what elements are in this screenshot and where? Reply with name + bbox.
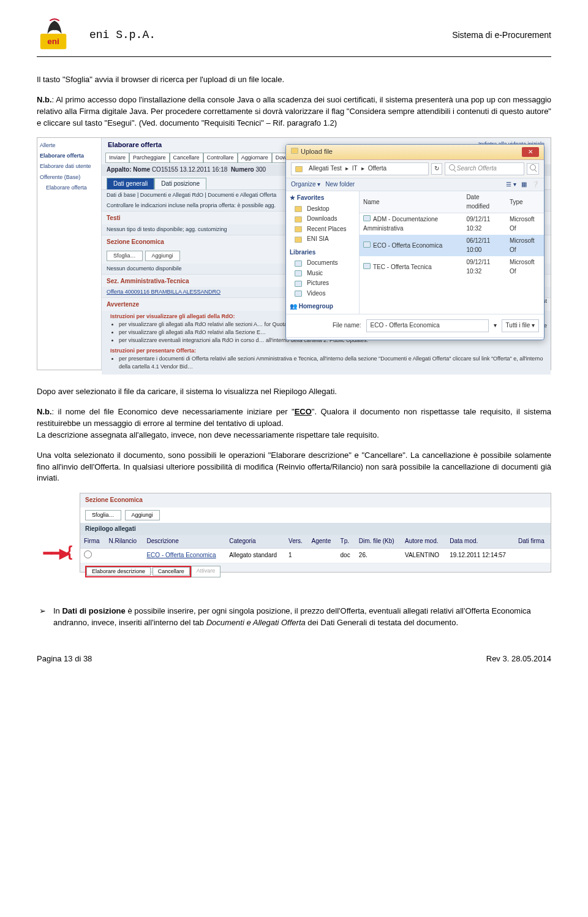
paragraph-3: Dopo aver selezionato il file da caricar…	[37, 386, 551, 398]
nav-enisia[interactable]: ENI SIA	[290, 234, 355, 245]
btn-aggiungi[interactable]: Aggiungi	[145, 251, 180, 261]
col-rilancio: N.Rilancio	[105, 535, 143, 548]
filetype-select[interactable]: Tutti i file ▾	[502, 319, 539, 332]
col-firma: Firma	[80, 535, 105, 548]
riepilogo-table: Firma N.Rilancio Descrizione Categoria V…	[80, 535, 551, 563]
screenshot-riepilogo: ━━▶ { Sezione Economica Sfoglia… Aggiung…	[80, 493, 551, 573]
tab-dati-generali[interactable]: Dati generali	[107, 178, 154, 190]
sidebar-allerte[interactable]: Allerte	[40, 140, 99, 151]
btn-parcheggiare[interactable]: Parcheggiare	[129, 153, 170, 163]
dialog-nav: ★ Favorites Desktop Downloads Recent Pla…	[286, 191, 360, 314]
btn-sfoglia[interactable]: Sfoglia…	[107, 251, 143, 261]
sec-economica-2: Sezione Economica	[80, 493, 551, 508]
nav-homegroup[interactable]: 👥 Homegroup	[290, 302, 355, 311]
btn-cancellare[interactable]: Cancellare	[170, 153, 203, 163]
sidebar-elaborare-offerta[interactable]: Elaborare offerta	[40, 151, 99, 161]
search-icon	[449, 164, 455, 170]
path-box[interactable]: Allegati Test ▸ IT ▸ Offerta	[291, 162, 429, 175]
nav-pictures[interactable]: Pictures	[290, 278, 355, 289]
col-type[interactable]: Type	[506, 191, 544, 213]
col-name[interactable]: Name	[360, 191, 462, 213]
sidebar-elaborare-sub[interactable]: Elaborare offerta	[40, 183, 99, 193]
view-icons-icon[interactable]: ☰ ▾	[506, 180, 516, 189]
nav-videos[interactable]: Videos	[290, 289, 355, 299]
view-details-icon[interactable]: ▦	[521, 180, 527, 189]
btn-inviare[interactable]: Inviare	[105, 153, 129, 163]
btn-attivare[interactable]: Attivare	[191, 566, 221, 577]
appalto-name: CO15155 13.12.2011 16:18	[152, 166, 227, 173]
sidebar-offerente[interactable]: Offerente (Base)	[40, 172, 99, 183]
file-list: Name Date modified Type ADM - Documentaz…	[360, 191, 544, 314]
document-header: eni eni S.p.A. Sistema di e-Procurement	[37, 17, 551, 57]
table-row[interactable]: ECO - Offerta Economica Allegato standar…	[80, 548, 551, 563]
btn-cancellare-2[interactable]: Cancellare	[153, 567, 190, 576]
col-vers: Vers.	[285, 535, 307, 548]
paragraph-1: Il tasto "Sfoglia" avvia il browser di r…	[37, 74, 551, 86]
refresh-icon[interactable]: ↻	[431, 163, 442, 175]
filename-input[interactable]: ECO - Offerta Economica	[366, 319, 489, 332]
btn-aggiungi-2[interactable]: Aggiungi	[125, 510, 160, 520]
istruzioni-offerta-head: Istruzioni per presentare Offerta:	[110, 347, 546, 355]
close-icon[interactable]: ✕	[522, 147, 539, 157]
word-icon	[363, 215, 371, 221]
btn-aggiornare[interactable]: Aggiornare	[238, 153, 272, 163]
paragraph-5: Una volta selezionato il documento, sono…	[37, 450, 551, 485]
paragraph-2: N.b.: Al primo accesso dopo l'installazi…	[37, 94, 551, 129]
col-autore: Autore mod.	[401, 535, 446, 548]
videos-icon	[295, 291, 302, 297]
filename-label: File name:	[333, 321, 361, 330]
arrow-annotation-icon: ➡	[426, 338, 441, 341]
numero-label: Numero	[231, 166, 254, 173]
documents-icon	[295, 261, 302, 267]
col-descrizione: Descrizione	[143, 535, 225, 548]
downloads-icon	[295, 216, 302, 223]
file-row[interactable]: TEC - Offerta Tecnica09/12/11 10:32Micro…	[360, 256, 544, 278]
eco-keyword: ECO	[295, 407, 312, 416]
music-icon	[295, 270, 302, 276]
screenshot-elaborare-offerta: Allerte Elaborare offerta Elaborare dati…	[37, 137, 551, 370]
btn-sfoglia-2[interactable]: Sfoglia…	[85, 510, 121, 520]
upload-file-dialog: Upload file ✕ Allegati Test ▸ IT ▸ Offer…	[285, 144, 545, 340]
bullet-icon: ➢	[39, 606, 46, 629]
page-number: Pagina 13 di 38	[37, 653, 92, 665]
file-row-selected[interactable]: ECO - Offerta Economica06/12/11 10:00Mic…	[360, 235, 544, 256]
file-row[interactable]: ADM - Documentazione Amministrativa09/12…	[360, 213, 544, 235]
nb-label-1: N.b.	[37, 95, 52, 104]
system-title: Sistema di e-Procurement	[452, 29, 551, 41]
nav-documents[interactable]: Documents	[290, 258, 355, 268]
riepilogo-header: Riepilogo allegati	[80, 523, 551, 536]
desktop-icon	[295, 206, 302, 212]
nav-downloads[interactable]: Downloads	[290, 214, 355, 224]
col-tp: Tp.	[337, 535, 355, 548]
tab-dati-posizione[interactable]: Dati posizione	[154, 178, 206, 190]
row-desc-link[interactable]: ECO - Offerta Economica	[143, 548, 225, 563]
svg-text:eni: eni	[47, 37, 59, 46]
folder-icon	[295, 237, 302, 243]
document-footer: Pagina 13 di 38 Rev 3. 28.05.2014	[37, 653, 551, 665]
company-name: eni S.p.A.	[89, 27, 452, 43]
new-folder-button[interactable]: New folder	[325, 180, 355, 189]
nav-desktop[interactable]: Desktop	[290, 204, 355, 215]
numero-val: 300	[255, 166, 266, 173]
search-input[interactable]: Search Offerta	[445, 162, 524, 175]
help-icon[interactable]: ❔	[532, 180, 539, 189]
istr-b4: per presentare i documenti di Offerta re…	[119, 355, 546, 371]
row-radio[interactable]	[84, 550, 92, 558]
app-sidebar: Allerte Elaborare offerta Elaborare dati…	[37, 138, 102, 370]
arrow-annotation-icon: ━━▶	[43, 544, 70, 563]
col-date[interactable]: Date modified	[462, 191, 506, 213]
sidebar-dati-utente[interactable]: Elaborare dati utente	[40, 161, 99, 172]
folder-icon	[295, 166, 303, 172]
col-datamod: Data mod.	[446, 535, 514, 548]
nav-music[interactable]: Music	[290, 268, 355, 279]
brace-annotation-icon: {	[67, 541, 72, 563]
nav-recent[interactable]: Recent Places	[290, 224, 355, 235]
btn-controllare[interactable]: Controllare	[203, 153, 238, 163]
btn-elaborare-descrizione[interactable]: Elaborare descrizione	[86, 567, 151, 576]
organize-menu[interactable]: Organize ▾	[291, 180, 320, 189]
col-dim: Dim. file (Kb)	[355, 535, 401, 548]
search-go-icon[interactable]	[527, 163, 539, 175]
nav-favorites: ★ Favorites	[290, 194, 355, 203]
recent-icon	[295, 226, 302, 232]
word-icon	[363, 263, 371, 269]
